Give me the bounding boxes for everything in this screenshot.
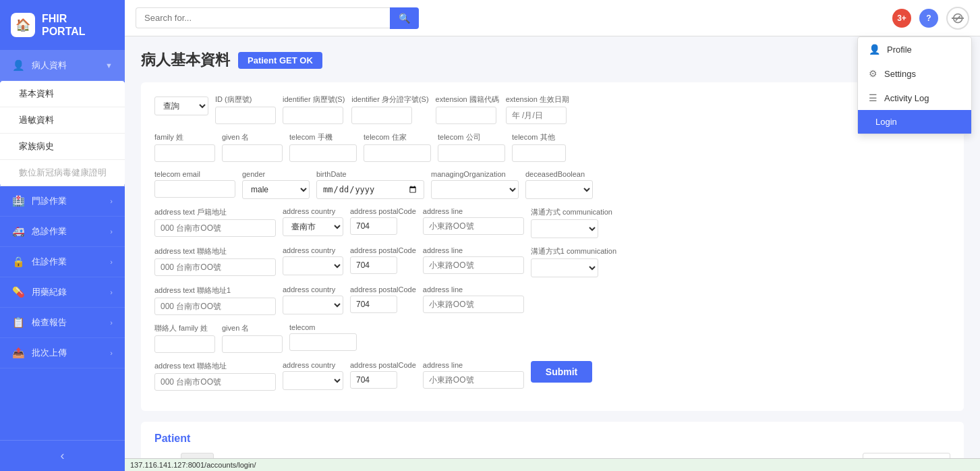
addr-cc-postal-input[interactable] bbox=[350, 371, 397, 389]
addr-cc-text-input[interactable] bbox=[154, 373, 276, 391]
dropdown-settings[interactable]: ⚙ Settings bbox=[858, 61, 971, 86]
submenu-basic-info[interactable]: 基本資料 bbox=[0, 81, 125, 107]
addr-contact1-country-label: address country bbox=[283, 285, 343, 294]
notification-badge[interactable]: 3+ bbox=[892, 9, 911, 28]
sidebar-item-inpatient[interactable]: 🔒 住診作業 › bbox=[0, 247, 125, 277]
upload-icon: 📤 bbox=[12, 347, 25, 359]
page-title: 病人基本資料 bbox=[141, 50, 230, 70]
dropdown-settings-label: Settings bbox=[884, 69, 916, 79]
contact-family-input[interactable] bbox=[154, 335, 215, 353]
given-input[interactable] bbox=[222, 144, 283, 162]
addr-contact1-postal-label: address postalCode bbox=[350, 285, 416, 294]
query-group: 查詢 bbox=[154, 94, 208, 115]
table-search-input[interactable] bbox=[863, 453, 950, 458]
sidebar-collapse-button[interactable]: ‹ bbox=[0, 440, 125, 471]
logo-text: FHIR PORTAL bbox=[42, 12, 86, 38]
extension2-input[interactable] bbox=[506, 107, 567, 124]
sidebar-item-outpatient[interactable]: 🏥 門診作業 › bbox=[0, 186, 125, 217]
sidebar-item-emergency[interactable]: 🚑 急診作業 › bbox=[0, 217, 125, 247]
addr-contact1-text-input[interactable] bbox=[154, 298, 276, 315]
entries-select[interactable]: 10 25 50 bbox=[181, 453, 214, 458]
addr-contact-country-select[interactable] bbox=[283, 256, 343, 275]
patient-icon: 👤 bbox=[12, 59, 25, 72]
birthdate-input[interactable] bbox=[316, 180, 424, 199]
addr-contact-postal-input[interactable] bbox=[350, 256, 397, 274]
addr-cc-line-input[interactable] bbox=[423, 371, 524, 389]
addr-contact-text-input[interactable] bbox=[154, 258, 276, 276]
family-group: family 姓 bbox=[154, 132, 215, 162]
sidebar-item-report[interactable]: 📋 檢查報告 › bbox=[0, 308, 125, 338]
telecom-other-input[interactable] bbox=[512, 144, 566, 162]
addr-home-text-input[interactable] bbox=[154, 219, 276, 237]
submenu-allergy[interactable]: 過敏資料 bbox=[0, 107, 125, 134]
extension1-group: extension 國籍代碼 bbox=[436, 94, 499, 124]
chevron-right-icon: › bbox=[110, 197, 113, 205]
identifier1-input[interactable] bbox=[283, 107, 343, 124]
dropdown-profile[interactable]: 👤 Profile bbox=[858, 37, 971, 61]
form-row-5: address text 聯絡地址 address country addres… bbox=[154, 246, 950, 277]
patient-table-section: Patient Show 10 25 50 entries Search: bbox=[141, 422, 964, 458]
contact-given-input[interactable] bbox=[222, 335, 283, 353]
sidebar-item-patient[interactable]: 👤 病人資料 ▼ bbox=[0, 51, 125, 81]
addr-home-line-input[interactable] bbox=[423, 217, 524, 235]
gender-select[interactable]: male female other bbox=[242, 180, 310, 199]
table-controls: Show 10 25 50 entries Search: bbox=[154, 453, 950, 458]
id-input[interactable] bbox=[215, 107, 276, 124]
addr-cc-text-group: address text 聯絡地址 bbox=[154, 361, 276, 391]
addr-contact-postal-group: address postalCode bbox=[350, 246, 416, 274]
activity-log-icon: ☰ bbox=[869, 92, 877, 103]
alert-badge[interactable]: ? bbox=[919, 9, 938, 28]
identifier2-input[interactable] bbox=[351, 107, 412, 124]
search-button[interactable]: 🔍 bbox=[390, 7, 419, 29]
submenu-family-history[interactable]: 家族病史 bbox=[0, 134, 125, 160]
sidebar-item-upload[interactable]: 📤 批次上傳 › bbox=[0, 338, 125, 368]
addr-contact-country-label: address country bbox=[283, 246, 343, 254]
given-label: given 名 bbox=[222, 132, 283, 142]
dropdown-activity-log[interactable]: ☰ Activity Log bbox=[858, 86, 971, 110]
settings-icon: ⚙ bbox=[869, 68, 877, 79]
sidebar-item-medication[interactable]: 💊 用藥紀錄 › bbox=[0, 277, 125, 308]
addr-cc-postal-group: address postalCode bbox=[350, 361, 416, 389]
logo: 🏠 FHIR PORTAL bbox=[0, 0, 125, 51]
avatar[interactable]: ⊘ bbox=[946, 7, 969, 30]
birthdate-label: birthDate bbox=[316, 170, 424, 178]
user-dropdown-menu: 👤 Profile ⚙ Settings ☰ Activity Log Logi… bbox=[857, 36, 972, 134]
telecom-office-input[interactable] bbox=[438, 144, 505, 162]
telecom-home-input[interactable] bbox=[364, 144, 431, 162]
addr-contact-line-input[interactable] bbox=[423, 256, 524, 274]
managing-org-label: managingOrganization bbox=[431, 170, 519, 178]
addr-home-country-label: address country bbox=[283, 207, 343, 215]
addr-contact1-postal-input[interactable] bbox=[350, 296, 397, 313]
dropdown-login[interactable]: Login bbox=[858, 110, 971, 134]
family-label: family 姓 bbox=[154, 132, 215, 142]
family-input[interactable] bbox=[154, 144, 215, 162]
id-group: ID (病歷號) bbox=[215, 94, 276, 124]
submenu-covid-cert[interactable]: 數位新冠病毒健康證明 bbox=[0, 160, 125, 186]
addr-contact1-line-input[interactable] bbox=[423, 296, 524, 313]
addr-home-text-group: address text 戶籍地址 bbox=[154, 207, 276, 237]
telecom-mobile-input[interactable] bbox=[289, 144, 357, 162]
addr-cc-country-select[interactable] bbox=[283, 371, 343, 390]
deceased-select[interactable] bbox=[525, 180, 593, 199]
chevron-right-icon6: › bbox=[110, 349, 113, 357]
sidebar-label-outpatient: 門診作業 bbox=[32, 195, 67, 207]
search-input[interactable] bbox=[136, 7, 390, 28]
addr-contact1-text-group: address text 聯絡地址1 bbox=[154, 285, 276, 315]
email-input[interactable] bbox=[154, 180, 235, 198]
contact-telecom-input[interactable] bbox=[289, 333, 357, 351]
addr-home-postal-input[interactable] bbox=[350, 217, 397, 235]
identifier2-label: identifier 身分證字號(S) bbox=[351, 94, 428, 105]
managing-org-select[interactable] bbox=[431, 180, 519, 199]
extension1-input[interactable] bbox=[436, 107, 496, 124]
addr-contact1-country-group: address country bbox=[283, 285, 343, 314]
patient-submenu: 基本資料 過敏資料 家族病史 數位新冠病毒健康證明 bbox=[0, 81, 125, 186]
addr-home-country-select[interactable]: 臺南市 bbox=[283, 217, 343, 236]
table-title: Patient bbox=[154, 433, 950, 445]
query-select[interactable]: 查詢 bbox=[154, 96, 208, 115]
submit-button[interactable]: Submit bbox=[531, 361, 592, 383]
form-row-2: family 姓 given 名 telecom 手機 telecom 住家 t… bbox=[154, 132, 950, 162]
table-search: Search: bbox=[828, 453, 950, 458]
addr-contact1-country-select[interactable] bbox=[283, 296, 343, 314]
communication-select[interactable] bbox=[531, 219, 598, 238]
communication1-select[interactable] bbox=[531, 258, 598, 277]
